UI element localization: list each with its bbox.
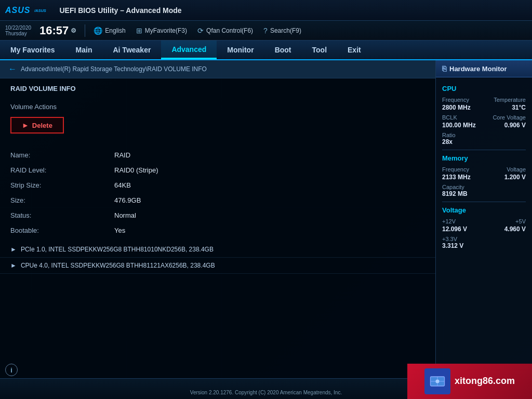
field-value-0: RAID xyxy=(114,148,425,162)
nav-exit[interactable]: Exit xyxy=(337,41,371,59)
nav-monitor[interactable]: Monitor xyxy=(217,41,264,59)
volume-actions-label: Volume Actions xyxy=(0,99,435,115)
time-text: 16:57 xyxy=(39,25,69,36)
cpu-corevolt-value: 0.906 V xyxy=(504,122,526,129)
watermark-icon xyxy=(424,368,450,394)
cpu-freq-val-row: 2800 MHz 31°C xyxy=(442,104,526,111)
date-text: 10/22/2020 xyxy=(5,25,31,31)
field-label-1: RAID Level: xyxy=(10,163,114,177)
nav-bar: My Favorites Main Ai Tweaker Advanced Mo… xyxy=(0,41,532,60)
mem-freq-label: Frequency xyxy=(442,166,469,172)
delete-button[interactable]: ► Delete xyxy=(10,117,64,134)
mem-freq-row: Frequency Voltage xyxy=(442,166,526,172)
hw-title-text: Hardware Monitor xyxy=(449,65,507,73)
svg-point-4 xyxy=(435,379,439,383)
watermark-svg xyxy=(428,372,447,391)
hw-divider-1 xyxy=(442,150,526,150)
watermark-site: xitong86.com xyxy=(455,376,515,387)
fan-icon: ⟳ xyxy=(197,26,204,35)
nav-boot[interactable]: Boot xyxy=(264,41,302,59)
mem-capacity-group: Capacity 8192 MB xyxy=(442,184,526,197)
nav-tool[interactable]: Tool xyxy=(302,41,338,59)
info-table: Name: RAID RAID Level: RAID0 (Stripe) St… xyxy=(0,144,435,242)
mem-volt-value: 1.200 V xyxy=(504,174,526,181)
field-label-0: Name: xyxy=(10,148,114,162)
field-value-3: 476.9GB xyxy=(114,193,425,207)
breadcrumb: ← Advanced\Intel(R) Rapid Storage Techno… xyxy=(0,60,435,78)
info-bar: 10/22/2020 Thursday 16:57 ⚙ 🌐 English ⊞ … xyxy=(0,21,532,41)
time-display: 16:57 ⚙ xyxy=(39,25,76,36)
mem-volt-label: Voltage xyxy=(507,166,526,172)
cpu-corevolt-label: Core Voltage xyxy=(493,114,526,121)
search-button[interactable]: ? Search(F9) xyxy=(263,26,301,35)
day-text: Thursday xyxy=(5,31,31,36)
cpu-temp-label: Temperature xyxy=(494,97,526,103)
hw-content: CPU Frequency Temperature 2800 MHz 31°C … xyxy=(436,77,532,378)
v5-label: +5V xyxy=(515,218,526,224)
cpu-section-title: CPU xyxy=(442,85,526,92)
hardware-monitor: ⎘ Hardware Monitor CPU Frequency Tempera… xyxy=(435,60,532,378)
nav-main[interactable]: Main xyxy=(65,41,103,59)
cpu-bclk-value: 100.00 MHz xyxy=(442,122,476,129)
field-value-2: 64KB xyxy=(114,178,425,192)
qfan-button[interactable]: ⟳ Qfan Control(F6) xyxy=(197,26,253,35)
v12-label: +12V xyxy=(442,218,456,224)
drive-arrow-0: ► xyxy=(10,246,17,253)
gear-icon[interactable]: ⚙ xyxy=(71,28,76,34)
globe-icon: 🌐 xyxy=(94,26,102,35)
info-button[interactable]: i xyxy=(5,364,18,376)
breadcrumb-path: Advanced\Intel(R) Rapid Storage Technolo… xyxy=(21,65,207,73)
back-arrow[interactable]: ← xyxy=(8,64,17,74)
nav-my-favorites[interactable]: My Favorites xyxy=(0,41,65,59)
language-label: English xyxy=(105,27,125,34)
delete-arrow-icon: ► xyxy=(22,121,29,129)
myfavorite-button[interactable]: ⊞ MyFavorite(F3) xyxy=(136,26,187,35)
search-label: Search(F9) xyxy=(270,27,301,34)
nav-advanced[interactable]: Advanced xyxy=(161,41,217,59)
cpu-freq-row: Frequency Temperature xyxy=(442,97,526,103)
v33-label: +3.3V xyxy=(442,236,526,242)
field-value-1: RAID0 (Stripe) xyxy=(114,163,425,177)
drive-item-0[interactable]: ► PCIe 1.0, INTEL SSDPEKKW256G8 BTHH8101… xyxy=(0,242,435,258)
monitor-icon: ⎘ xyxy=(442,64,446,73)
nav-ai-tweaker[interactable]: Ai Tweaker xyxy=(102,41,161,59)
v33-group: +3.3V 3.312 V xyxy=(442,236,526,249)
field-value-5: Yes xyxy=(114,223,425,237)
cpu-ratio-group: Ratio 28x xyxy=(442,132,526,145)
divider xyxy=(85,24,85,37)
qfan-label: Qfan Control(F6) xyxy=(206,27,253,34)
drive-label-1: CPUe 4.0, INTEL SSDPEKKW256G8 BTHH81121A… xyxy=(21,262,215,269)
myfavorite-label: MyFavorite(F3) xyxy=(145,27,187,34)
cpu-temp-value: 31°C xyxy=(512,104,526,111)
field-label-4: Status: xyxy=(10,208,114,222)
svg-text:/ASUS: /ASUS xyxy=(34,8,46,12)
info-items: 🌐 English ⊞ MyFavorite(F3) ⟳ Qfan Contro… xyxy=(94,26,527,35)
volt-12-row: +12V +5V xyxy=(442,218,526,224)
mem-freq-value: 2133 MHz xyxy=(442,174,471,181)
cpu-ratio-label: Ratio xyxy=(442,132,526,138)
memory-section-title: Memory xyxy=(442,154,526,162)
v5-value: 4.960 V xyxy=(504,225,526,233)
delete-label: Delete xyxy=(32,122,52,129)
asus-logo: ASUS /ASUS xyxy=(5,6,51,15)
header-bar: ASUS /ASUS UEFI BIOS Utility – Advanced … xyxy=(0,0,532,21)
hw-divider-2 xyxy=(442,202,526,202)
field-label-5: Bootable: xyxy=(10,223,114,237)
mem-freq-val-row: 2133 MHz 1.200 V xyxy=(442,174,526,181)
cpu-freq-value: 2800 MHz xyxy=(442,104,471,111)
asus-logo-text: ASUS xyxy=(5,6,30,15)
cpu-ratio-value: 28x xyxy=(442,138,526,145)
drive-item-1[interactable]: ► CPUe 4.0, INTEL SSDPEKKW256G8 BTHH8112… xyxy=(0,258,435,274)
cpu-bclk-val-row: 100.00 MHz 0.906 V xyxy=(442,122,526,129)
header-title: UEFI BIOS Utility – Advanced Mode xyxy=(59,6,527,15)
field-label-2: Strip Size: xyxy=(10,178,114,192)
language-selector[interactable]: 🌐 English xyxy=(94,26,125,35)
voltage-section-title: Voltage xyxy=(442,206,526,214)
hw-monitor-title: ⎘ Hardware Monitor xyxy=(436,60,532,77)
drive-label-0: PCIe 1.0, INTEL SSDPEKKW256G8 BTHH81010N… xyxy=(21,246,214,253)
volt-12-val-row: 12.096 V 4.960 V xyxy=(442,225,526,233)
myfav-icon: ⊞ xyxy=(136,26,142,35)
v33-value: 3.312 V xyxy=(442,242,526,249)
v12-value: 12.096 V xyxy=(442,225,467,233)
watermark: xitong86.com xyxy=(407,364,532,399)
